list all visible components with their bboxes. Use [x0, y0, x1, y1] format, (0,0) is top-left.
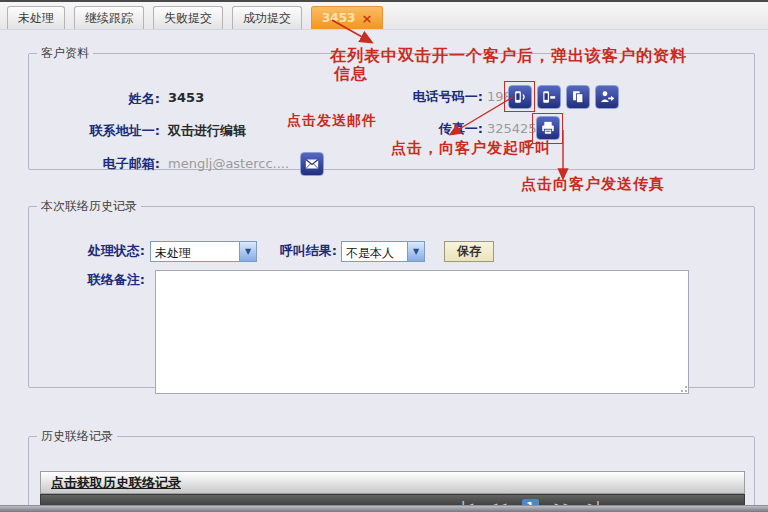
annotation-make-call: 点击，向客户发起呼叫	[391, 139, 551, 158]
phone-sms-icon[interactable]	[537, 85, 561, 109]
tab-customer-3453[interactable]: 3453 ×	[311, 6, 383, 29]
annotation-send-email: 点击发送邮件	[287, 112, 377, 130]
copy-icon-glyph	[569, 88, 587, 106]
call-result-label: 呼叫结果:	[189, 242, 337, 260]
email-envelope-icon[interactable]	[300, 152, 324, 176]
annotation-box-call-icon	[504, 81, 535, 112]
customer-info-legend: 客户资料	[37, 45, 93, 62]
history-section: 历史联络记录 点击获取历史联络记录 |< << 1 >> >|	[28, 428, 755, 508]
chevron-down-icon[interactable]: ▼	[407, 242, 424, 261]
status-label: 处理状态:	[29, 242, 145, 260]
name-label: 姓名:	[29, 90, 160, 108]
panel-bottom-edge	[0, 505, 768, 512]
call-result-select[interactable]: 不是本人 ▼	[341, 241, 425, 262]
resize-grip-icon[interactable]	[679, 384, 687, 392]
address-value[interactable]: 双击进行编辑	[168, 122, 246, 140]
tab-customer-label: 3453	[322, 8, 355, 29]
transfer-person-icon-glyph	[598, 88, 616, 106]
tab-failed-submit[interactable]: 失败提交	[153, 6, 223, 29]
phone-sms-icon-glyph	[540, 88, 558, 106]
copy-icon[interactable]	[566, 85, 590, 109]
save-button[interactable]: 保存	[444, 241, 494, 262]
email-label: 电子邮箱:	[29, 155, 160, 173]
transfer-person-icon[interactable]	[595, 85, 619, 109]
annotation-open-customer-line1: 在列表中双击开一个客户后，弹出该客户的资料	[330, 46, 687, 67]
contact-note-label: 联络备注:	[29, 271, 145, 289]
tab-success-submit[interactable]: 成功提交	[232, 6, 302, 29]
annotation-send-fax: 点击向客户发送传真	[521, 175, 665, 194]
contact-note-input[interactable]	[155, 270, 689, 394]
tab-bar: 未处理 继续跟踪 失败提交 成功提交 3453 ×	[0, 0, 768, 30]
history-header-bar: 点击获取历史联络记录	[40, 471, 745, 494]
close-tab-icon[interactable]: ×	[361, 8, 372, 29]
fax-value: 325425	[487, 121, 537, 136]
fetch-history-link[interactable]: 点击获取历史联络记录	[51, 474, 181, 492]
email-value: menglj@astercc....	[168, 156, 289, 171]
phone-label: 电话号码一:	[279, 88, 483, 106]
call-result-select-value: 不是本人	[342, 242, 407, 261]
contact-record-legend: 本次联络历史记录	[37, 198, 141, 215]
history-legend: 历史联络记录	[37, 428, 117, 445]
tab-unprocessed[interactable]: 未处理	[7, 6, 65, 29]
name-value: 3453	[168, 90, 204, 105]
tab-continue-tracking[interactable]: 继续跟踪	[74, 6, 144, 29]
annotation-open-customer-line2: 信息	[334, 64, 368, 85]
contact-record-section: 本次联络历史记录 处理状态: 未处理 ▼ 呼叫结果: 不是本人 ▼ 保存 联络备…	[28, 198, 755, 388]
address-label: 联系地址一:	[29, 122, 160, 140]
email-envelope-icon-glyph	[303, 155, 321, 173]
